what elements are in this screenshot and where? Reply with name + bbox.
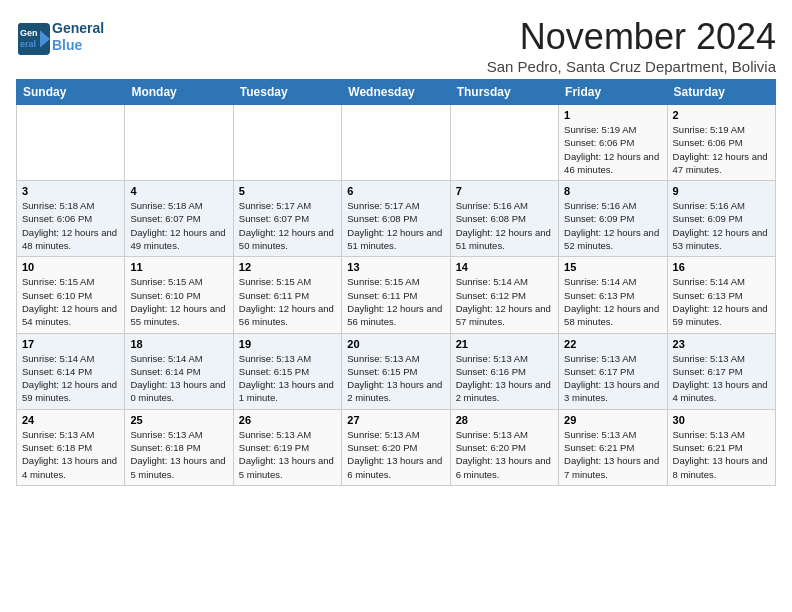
day-info: Sunrise: 5:16 AMSunset: 6:08 PMDaylight:… xyxy=(456,199,553,252)
calendar-day-cell: 30Sunrise: 5:13 AMSunset: 6:21 PMDayligh… xyxy=(667,409,775,485)
calendar-day-cell: 14Sunrise: 5:14 AMSunset: 6:12 PMDayligh… xyxy=(450,257,558,333)
weekday-header-cell: Monday xyxy=(125,80,233,105)
day-number: 29 xyxy=(564,414,661,426)
day-number: 20 xyxy=(347,338,444,350)
calendar-day-cell: 18Sunrise: 5:14 AMSunset: 6:14 PMDayligh… xyxy=(125,333,233,409)
day-info: Sunrise: 5:17 AMSunset: 6:07 PMDaylight:… xyxy=(239,199,336,252)
day-number: 22 xyxy=(564,338,661,350)
header: Gen eral General Blue November 2024 San … xyxy=(16,16,776,75)
day-info: Sunrise: 5:14 AMSunset: 6:12 PMDaylight:… xyxy=(456,275,553,328)
day-info: Sunrise: 5:13 AMSunset: 6:17 PMDaylight:… xyxy=(673,352,770,405)
day-number: 2 xyxy=(673,109,770,121)
day-info: Sunrise: 5:13 AMSunset: 6:18 PMDaylight:… xyxy=(22,428,119,481)
day-info: Sunrise: 5:13 AMSunset: 6:15 PMDaylight:… xyxy=(239,352,336,405)
day-number: 12 xyxy=(239,261,336,273)
day-number: 14 xyxy=(456,261,553,273)
weekday-header-cell: Friday xyxy=(559,80,667,105)
calendar-day-cell: 6Sunrise: 5:17 AMSunset: 6:08 PMDaylight… xyxy=(342,181,450,257)
day-info: Sunrise: 5:18 AMSunset: 6:06 PMDaylight:… xyxy=(22,199,119,252)
calendar-day-cell: 1Sunrise: 5:19 AMSunset: 6:06 PMDaylight… xyxy=(559,105,667,181)
calendar-day-cell: 19Sunrise: 5:13 AMSunset: 6:15 PMDayligh… xyxy=(233,333,341,409)
calendar-day-cell xyxy=(450,105,558,181)
day-number: 18 xyxy=(130,338,227,350)
weekday-header-cell: Wednesday xyxy=(342,80,450,105)
calendar-week-row: 1Sunrise: 5:19 AMSunset: 6:06 PMDaylight… xyxy=(17,105,776,181)
day-info: Sunrise: 5:19 AMSunset: 6:06 PMDaylight:… xyxy=(673,123,770,176)
day-number: 5 xyxy=(239,185,336,197)
day-info: Sunrise: 5:13 AMSunset: 6:20 PMDaylight:… xyxy=(347,428,444,481)
day-number: 6 xyxy=(347,185,444,197)
calendar-day-cell xyxy=(17,105,125,181)
calendar-day-cell: 20Sunrise: 5:13 AMSunset: 6:15 PMDayligh… xyxy=(342,333,450,409)
day-info: Sunrise: 5:14 AMSunset: 6:13 PMDaylight:… xyxy=(564,275,661,328)
day-info: Sunrise: 5:14 AMSunset: 6:14 PMDaylight:… xyxy=(22,352,119,405)
calendar-day-cell: 28Sunrise: 5:13 AMSunset: 6:20 PMDayligh… xyxy=(450,409,558,485)
day-number: 19 xyxy=(239,338,336,350)
day-info: Sunrise: 5:19 AMSunset: 6:06 PMDaylight:… xyxy=(564,123,661,176)
svg-text:eral: eral xyxy=(20,39,36,49)
weekday-header-cell: Saturday xyxy=(667,80,775,105)
calendar-table: SundayMondayTuesdayWednesdayThursdayFrid… xyxy=(16,79,776,486)
calendar-day-cell: 26Sunrise: 5:13 AMSunset: 6:19 PMDayligh… xyxy=(233,409,341,485)
calendar-day-cell: 21Sunrise: 5:13 AMSunset: 6:16 PMDayligh… xyxy=(450,333,558,409)
day-number: 24 xyxy=(22,414,119,426)
day-number: 27 xyxy=(347,414,444,426)
day-info: Sunrise: 5:15 AMSunset: 6:11 PMDaylight:… xyxy=(347,275,444,328)
calendar-day-cell: 5Sunrise: 5:17 AMSunset: 6:07 PMDaylight… xyxy=(233,181,341,257)
calendar-subtitle: San Pedro, Santa Cruz Department, Bolivi… xyxy=(487,58,776,75)
calendar-title: November 2024 xyxy=(487,16,776,58)
calendar-day-cell: 11Sunrise: 5:15 AMSunset: 6:10 PMDayligh… xyxy=(125,257,233,333)
calendar-day-cell: 3Sunrise: 5:18 AMSunset: 6:06 PMDaylight… xyxy=(17,181,125,257)
weekday-header-cell: Tuesday xyxy=(233,80,341,105)
day-info: Sunrise: 5:17 AMSunset: 6:08 PMDaylight:… xyxy=(347,199,444,252)
day-number: 21 xyxy=(456,338,553,350)
calendar-day-cell: 17Sunrise: 5:14 AMSunset: 6:14 PMDayligh… xyxy=(17,333,125,409)
calendar-day-cell xyxy=(125,105,233,181)
weekday-header-cell: Thursday xyxy=(450,80,558,105)
day-info: Sunrise: 5:16 AMSunset: 6:09 PMDaylight:… xyxy=(673,199,770,252)
day-info: Sunrise: 5:13 AMSunset: 6:21 PMDaylight:… xyxy=(564,428,661,481)
calendar-day-cell: 9Sunrise: 5:16 AMSunset: 6:09 PMDaylight… xyxy=(667,181,775,257)
day-number: 15 xyxy=(564,261,661,273)
day-info: Sunrise: 5:13 AMSunset: 6:15 PMDaylight:… xyxy=(347,352,444,405)
day-number: 9 xyxy=(673,185,770,197)
day-number: 17 xyxy=(22,338,119,350)
calendar-day-cell: 12Sunrise: 5:15 AMSunset: 6:11 PMDayligh… xyxy=(233,257,341,333)
calendar-day-cell: 25Sunrise: 5:13 AMSunset: 6:18 PMDayligh… xyxy=(125,409,233,485)
logo: Gen eral General Blue xyxy=(16,20,104,54)
calendar-day-cell: 4Sunrise: 5:18 AMSunset: 6:07 PMDaylight… xyxy=(125,181,233,257)
calendar-day-cell: 16Sunrise: 5:14 AMSunset: 6:13 PMDayligh… xyxy=(667,257,775,333)
calendar-day-cell: 7Sunrise: 5:16 AMSunset: 6:08 PMDaylight… xyxy=(450,181,558,257)
day-number: 8 xyxy=(564,185,661,197)
day-info: Sunrise: 5:13 AMSunset: 6:21 PMDaylight:… xyxy=(673,428,770,481)
calendar-day-cell: 8Sunrise: 5:16 AMSunset: 6:09 PMDaylight… xyxy=(559,181,667,257)
day-info: Sunrise: 5:14 AMSunset: 6:13 PMDaylight:… xyxy=(673,275,770,328)
day-info: Sunrise: 5:18 AMSunset: 6:07 PMDaylight:… xyxy=(130,199,227,252)
day-number: 1 xyxy=(564,109,661,121)
calendar-day-cell: 29Sunrise: 5:13 AMSunset: 6:21 PMDayligh… xyxy=(559,409,667,485)
calendar-day-cell: 13Sunrise: 5:15 AMSunset: 6:11 PMDayligh… xyxy=(342,257,450,333)
weekday-header-row: SundayMondayTuesdayWednesdayThursdayFrid… xyxy=(17,80,776,105)
calendar-week-row: 10Sunrise: 5:15 AMSunset: 6:10 PMDayligh… xyxy=(17,257,776,333)
day-number: 11 xyxy=(130,261,227,273)
calendar-day-cell: 23Sunrise: 5:13 AMSunset: 6:17 PMDayligh… xyxy=(667,333,775,409)
calendar-week-row: 24Sunrise: 5:13 AMSunset: 6:18 PMDayligh… xyxy=(17,409,776,485)
weekday-header-cell: Sunday xyxy=(17,80,125,105)
day-number: 4 xyxy=(130,185,227,197)
day-info: Sunrise: 5:13 AMSunset: 6:20 PMDaylight:… xyxy=(456,428,553,481)
day-info: Sunrise: 5:14 AMSunset: 6:14 PMDaylight:… xyxy=(130,352,227,405)
day-info: Sunrise: 5:15 AMSunset: 6:10 PMDaylight:… xyxy=(130,275,227,328)
day-number: 30 xyxy=(673,414,770,426)
day-number: 28 xyxy=(456,414,553,426)
logo-icon: Gen eral xyxy=(16,21,48,53)
day-number: 16 xyxy=(673,261,770,273)
day-number: 26 xyxy=(239,414,336,426)
calendar-week-row: 3Sunrise: 5:18 AMSunset: 6:06 PMDaylight… xyxy=(17,181,776,257)
day-info: Sunrise: 5:13 AMSunset: 6:16 PMDaylight:… xyxy=(456,352,553,405)
day-info: Sunrise: 5:15 AMSunset: 6:11 PMDaylight:… xyxy=(239,275,336,328)
day-number: 3 xyxy=(22,185,119,197)
title-block: November 2024 San Pedro, Santa Cruz Depa… xyxy=(487,16,776,75)
calendar-day-cell: 15Sunrise: 5:14 AMSunset: 6:13 PMDayligh… xyxy=(559,257,667,333)
day-number: 23 xyxy=(673,338,770,350)
calendar-week-row: 17Sunrise: 5:14 AMSunset: 6:14 PMDayligh… xyxy=(17,333,776,409)
